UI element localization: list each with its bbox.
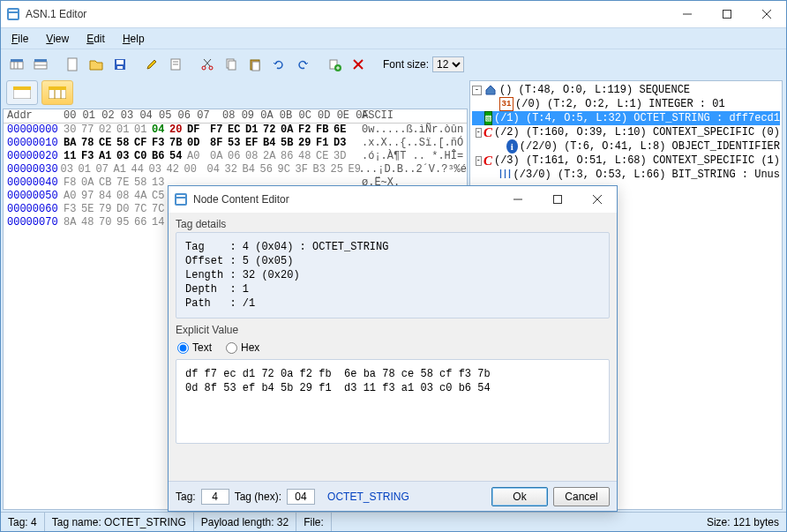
- menu-file[interactable]: File: [4, 31, 35, 47]
- tree-node[interactable]: -C(/2) (T:160, O:39, L:10) CONTEXT_SPECI…: [472, 125, 780, 139]
- tree-node-label: () (T:48, O:0, L:119) SEQUENCE: [499, 83, 690, 97]
- tree-node-label: (/1) (T:4, O:5, L:32) OCTET_STRING : dff…: [494, 111, 780, 125]
- hex-row[interactable]: 0000000030770201010420DF F7ECD1720AF2FB6…: [4, 124, 467, 137]
- minimize-button[interactable]: [667, 1, 707, 27]
- modal-title: Node Content Editor: [193, 193, 498, 206]
- status-tagname: Tag name: OCTET_STRING: [45, 513, 194, 531]
- radio-hex[interactable]: Hex: [226, 341, 259, 354]
- tree-node-label: (/2) (T:160, O:39, L:10) CONTEXT_SPECIFI…: [494, 125, 780, 139]
- svg-line-23: [205, 59, 211, 66]
- svg-rect-36: [13, 86, 31, 90]
- modal-titlebar: Node Content Editor: [169, 186, 617, 213]
- svg-point-22: [209, 66, 213, 70]
- save-button[interactable]: [109, 54, 131, 75]
- svg-rect-17: [117, 66, 123, 69]
- status-payload: Payload length: 32: [194, 513, 296, 531]
- menu-view[interactable]: View: [39, 31, 76, 47]
- tree-node[interactable]: 31(/0) (T:2, O:2, L:1) INTEGER : 01: [472, 97, 780, 111]
- tag-typename: OCTET_STRING: [320, 491, 486, 503]
- hex-row[interactable]: 00000010BA78CE58CFF37B0D 8F53EFB45B29F1D…: [4, 137, 467, 150]
- explicit-value-box[interactable]: df f7 ec d1 72 0a f2 fb 6e ba 78 ce 58 c…: [176, 359, 610, 444]
- tree-toggle[interactable]: -: [476, 156, 482, 166]
- tree-toggle[interactable]: -: [476, 128, 482, 138]
- redo-button[interactable]: [292, 54, 313, 75]
- tree-green-icon: ▧: [484, 111, 492, 125]
- tree-node-label: (/2/0) (T:6, O:41, L:8) OBJECT_IDENTIFIE…: [520, 139, 780, 154]
- svg-line-24: [204, 59, 210, 66]
- svg-rect-45: [553, 196, 561, 204]
- hex-view1-button[interactable]: [6, 80, 38, 105]
- radio-text[interactable]: Text: [177, 341, 212, 354]
- status-size: Size: 121 bytes: [700, 513, 786, 531]
- node-content-editor-dialog: Node Content Editor Tag details Tag : 4 …: [168, 185, 618, 512]
- tree-node-label: (/0) (T:2, O:2, L:1) INTEGER : 01: [515, 97, 725, 111]
- hex-header: Addr 00 01 02 03 04 05 06 07 08 09 0A 0B…: [4, 109, 467, 124]
- hex-subtoolbar: [1, 79, 469, 107]
- tree-node-label: (/3/0) (T:3, O:53, L:66) BIT_STRING : Un…: [513, 168, 780, 182]
- tree-bits-icon: |||: [498, 168, 512, 182]
- modal-minimize-button[interactable]: [498, 186, 537, 213]
- svg-rect-38: [49, 86, 66, 90]
- svg-rect-14: [68, 58, 77, 71]
- ok-button[interactable]: Ok: [491, 487, 548, 506]
- svg-rect-43: [176, 199, 185, 204]
- svg-rect-13: [34, 59, 47, 62]
- hex-row[interactable]: 00000030030107A144034200 0432B4569C3FB32…: [4, 163, 467, 176]
- tree-node[interactable]: |||(/3/0) (T:3, O:53, L:66) BIT_STRING :…: [472, 168, 780, 182]
- undo-button[interactable]: [268, 54, 289, 75]
- font-size-select[interactable]: 12: [432, 56, 464, 72]
- delete-button[interactable]: [348, 54, 369, 75]
- insert-button[interactable]: [324, 54, 345, 75]
- taghex-input[interactable]: [287, 489, 315, 505]
- svg-rect-2: [9, 13, 18, 19]
- font-size-control: Font size: 12: [383, 56, 464, 72]
- main-title: ASN.1 Editor: [26, 8, 667, 20]
- tree-node[interactable]: ▧(/1) (T:4, O:5, L:32) OCTET_STRING : df…: [472, 111, 780, 125]
- svg-rect-26: [229, 61, 236, 70]
- explicit-value-header: Explicit Value: [176, 324, 610, 336]
- main-titlebar: ASN.1 Editor: [1, 1, 786, 27]
- toolbar-grid2-button[interactable]: [30, 54, 51, 75]
- svg-rect-7: [11, 62, 23, 69]
- svg-rect-28: [252, 62, 259, 71]
- toolbar: Font size: 12: [1, 49, 786, 79]
- open-button[interactable]: [86, 54, 107, 75]
- tree-31-icon: 31: [499, 97, 513, 111]
- tag-input[interactable]: [201, 489, 229, 505]
- modal-body: Tag details Tag : 4 (0x04) : OCTET_STRIN…: [169, 218, 617, 444]
- taghex-label: Tag (hex):: [235, 491, 281, 503]
- modal-maximize-button[interactable]: [537, 186, 577, 213]
- tree-home-icon: [483, 83, 498, 97]
- maximize-button[interactable]: [707, 1, 746, 27]
- close-button[interactable]: [746, 1, 786, 27]
- edit-button[interactable]: [141, 54, 162, 75]
- copy-button[interactable]: [221, 54, 242, 75]
- status-tag: Tag: 4: [1, 513, 45, 531]
- notes-button[interactable]: [165, 54, 186, 75]
- statusbar: Tag: 4 Tag name: OCTET_STRING Payload le…: [1, 512, 786, 531]
- new-button[interactable]: [62, 54, 83, 75]
- hex-view2-button[interactable]: [41, 80, 73, 105]
- cut-button[interactable]: [197, 54, 218, 75]
- hex-row[interactable]: 0000002011F3A103C0B654A0 0A06082A8648CE3…: [4, 150, 467, 163]
- cancel-button[interactable]: Cancel: [553, 487, 610, 506]
- tree-info-icon: i: [506, 139, 518, 154]
- tree-node[interactable]: -C(/3) (T:161, O:51, L:68) CONTEXT_SPECI…: [472, 154, 780, 168]
- tag-details-header: Tag details: [176, 218, 610, 230]
- tree-C-icon: C: [483, 125, 492, 139]
- tree-toggle[interactable]: -: [472, 86, 482, 95]
- modal-close-button[interactable]: [577, 186, 617, 213]
- svg-rect-16: [116, 60, 124, 64]
- toolbar-grid1-button[interactable]: [6, 54, 27, 75]
- menu-edit[interactable]: Edit: [79, 31, 112, 47]
- menubar: File View Edit Help: [1, 27, 786, 49]
- tree-node[interactable]: -() (T:48, O:0, L:119) SEQUENCE: [472, 83, 780, 97]
- svg-point-21: [202, 66, 206, 70]
- tree-C-icon: C: [483, 154, 492, 168]
- font-size-label: Font size:: [383, 58, 429, 71]
- svg-rect-1: [9, 10, 18, 11]
- tree-node[interactable]: i(/2/0) (T:6, O:41, L:8) OBJECT_IDENTIFI…: [472, 139, 780, 154]
- svg-rect-42: [176, 195, 185, 197]
- menu-help[interactable]: Help: [116, 31, 152, 47]
- paste-button[interactable]: [244, 54, 266, 75]
